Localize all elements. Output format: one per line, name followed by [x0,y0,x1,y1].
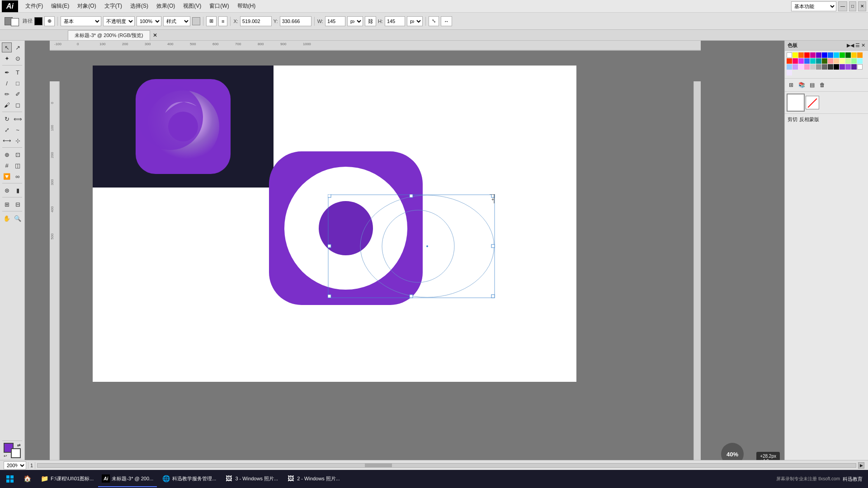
color-gold[interactable] [851,52,857,58]
reset-colors-btn[interactable]: ↩ [4,454,7,458]
y-input[interactable] [280,16,311,26]
color-peach[interactable] [834,58,839,64]
paintbrush-tool[interactable]: ✏ [2,89,12,99]
hand-tool[interactable]: ✋ [2,213,12,223]
color-olive[interactable] [822,58,827,64]
color-lightgreen[interactable] [845,58,851,64]
eyedropper-tool[interactable]: 🔽 [2,171,12,181]
taskbar-ai[interactable]: Ai 未标题-3* @ 200... [98,471,157,487]
horizontal-scrollbar[interactable] [37,463,856,468]
transform-btn1[interactable]: ⤡ [429,16,439,26]
menu-view[interactable]: 视图(V) [179,1,205,11]
minimize-btn[interactable]: — [838,1,847,11]
blob-tool[interactable]: 🖌 [2,100,12,110]
w-input[interactable] [325,16,345,26]
artboard-tool[interactable]: ⊞ [2,199,12,209]
color-brand-darkpurple[interactable] [851,64,857,70]
taskbar-explorer[interactable]: 📁 F:\课程\UI\01图标... [36,471,97,487]
workspace-preset[interactable]: 基本功能 [791,1,836,11]
select-tool[interactable]: ↖ [2,42,12,52]
color-darkteal[interactable] [816,58,821,64]
menu-file[interactable]: 文件(F) [22,1,47,11]
color-hotpink[interactable] [804,64,810,70]
color-mint[interactable] [851,58,857,64]
panel-delete-swatch-btn[interactable]: 🗑 [818,80,827,89]
rect-tool[interactable]: □ [13,78,23,88]
panel-no-color-swatch[interactable] [806,96,819,109]
graph-tool[interactable]: ▮ [13,185,23,195]
warp-tool[interactable]: ~ [13,125,23,135]
color-lightcyan[interactable] [857,58,863,64]
magic-wand-tool[interactable]: ✦ [2,53,12,63]
taskbar-browser[interactable]: 🌐 科迅教学服务管理... [158,471,220,487]
shape-builder-tool[interactable]: ⊕ [2,150,12,160]
stroke-color-fill[interactable] [3,15,21,28]
color-darkgreen[interactable] [845,52,851,58]
reflect-tool[interactable]: ⟺ [13,114,23,124]
fill-stroke-indicator[interactable]: ⇄ ↩ [4,443,21,458]
document-tab[interactable]: 未标题-3* @ 200% (RGB/预览) [68,30,150,40]
stroke-style[interactable]: 基本 [61,16,101,26]
menu-help[interactable]: 帮助(H) [234,1,259,11]
transform-btn2[interactable]: ↔ [441,16,452,26]
menu-window[interactable]: 窗口(W) [206,1,232,11]
eraser-tool[interactable]: ◻ [13,100,23,110]
maximize-btn[interactable]: □ [849,1,856,11]
free-transform-tool[interactable]: ⊹ [13,136,23,145]
zoom-select[interactable]: 100% [137,16,161,26]
mesh-tool[interactable]: # [2,160,12,170]
color-orange[interactable] [798,52,804,58]
color-green[interactable] [840,52,845,58]
gradient-tool[interactable]: ◫ [13,160,23,170]
color-pink[interactable] [793,58,798,64]
color-orangered[interactable] [787,58,792,64]
color-white2[interactable] [857,64,863,70]
symbol-tool[interactable]: ⊛ [2,185,12,195]
color-magenta[interactable] [810,52,816,58]
stroke-swatch[interactable] [11,18,19,26]
color-lightyellow[interactable] [840,58,845,64]
line-tool[interactable]: / [2,78,12,88]
lasso-tool[interactable]: ⊙ [13,53,23,63]
color-amber[interactable] [857,52,863,58]
color-verydarkgray[interactable] [828,64,833,70]
color-blue[interactable] [822,52,827,58]
style-select[interactable]: 样式 [163,16,190,26]
rotate-tool[interactable]: ↻ [2,114,12,124]
menu-effect[interactable]: 效果(O) [153,1,179,11]
color-medblue[interactable] [804,58,810,64]
zoom-status-select[interactable]: 200% [4,461,26,469]
color-medgray[interactable] [816,64,821,70]
menu-object[interactable]: 对象(O) [74,1,99,11]
color-violet[interactable] [798,58,804,64]
color-purple[interactable] [816,52,821,58]
blend-tool[interactable]: ∞ [13,171,23,181]
color-brand-lightpurple[interactable] [845,64,851,70]
zoom-tool[interactable]: 🔍 [13,213,23,223]
color-lightpurple[interactable] [798,64,804,70]
close-btn[interactable]: ✕ [858,1,866,11]
panel-show-kinds-btn[interactable]: ▤ [807,80,816,89]
h-input[interactable] [385,16,405,26]
color-cyan[interactable] [834,52,839,58]
stroke-color-swatch[interactable] [34,17,42,25]
color-white[interactable] [787,52,792,58]
color-black[interactable] [834,64,839,70]
direct-select-tool[interactable]: ↗ [13,42,23,52]
scroll-end-btn[interactable]: ▶ [858,462,864,469]
color-babyblue[interactable] [787,64,792,70]
panel-new-swatch-btn[interactable]: ⊞ [787,80,796,89]
taskbar-home[interactable]: 🏠 [19,471,35,487]
menu-select[interactable]: 选择(S) [127,1,152,11]
brush-option[interactable]: ⊕ [44,16,55,26]
pencil-tool[interactable]: ✐ [13,89,23,99]
w-unit[interactable]: px [347,16,363,26]
swap-colors-btn[interactable]: ⇄ [17,443,21,447]
pen-tool[interactable]: ✒ [2,67,12,77]
panel-expand-btn[interactable]: ▶◀ [847,42,854,48]
panel-menu-btn[interactable]: ☰ [855,42,860,48]
color-lightgray[interactable] [810,64,816,70]
color-brand-purple[interactable] [840,64,845,70]
panel-current-swatch[interactable] [787,94,805,112]
type-tool[interactable]: T [13,67,23,77]
